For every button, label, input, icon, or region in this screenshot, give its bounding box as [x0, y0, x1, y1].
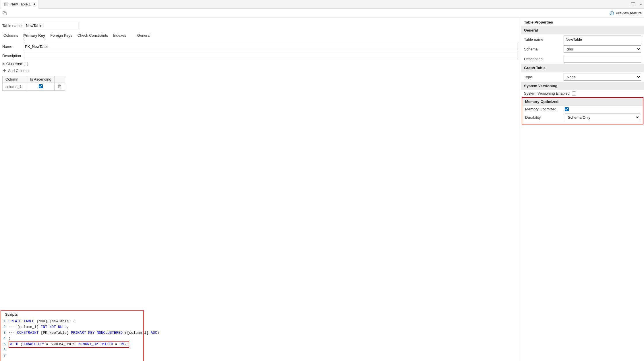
tab-title: New Table 1: [10, 2, 31, 6]
pk-description-label: Description: [2, 54, 21, 58]
more-icon[interactable]: ···: [638, 2, 643, 7]
tab-bar: New Table 1 ···: [0, 0, 644, 9]
pk-name-input[interactable]: [23, 43, 517, 50]
preview-feature-label: Preview feature: [616, 11, 642, 15]
pk-columns-grid: Column Is Ascending column_1: [2, 76, 65, 91]
prop-memopt-checkbox[interactable]: [565, 107, 569, 111]
toolbar: Preview feature: [0, 9, 644, 18]
section-sysver: System Versioning: [521, 82, 644, 90]
tab-foreign-keys[interactable]: Foreign Keys: [50, 32, 72, 39]
grid-cell-column[interactable]: column_1: [3, 83, 27, 91]
svg-rect-14: [59, 85, 61, 88]
add-column-label: Add Column: [8, 69, 29, 73]
properties-panel: Table Properties General Table name Sche…: [521, 18, 644, 361]
tab-check-constraints[interactable]: Check Constraints: [78, 32, 108, 39]
scripts-tab[interactable]: Scripts: [1, 311, 21, 318]
grid-header-column: Column: [3, 76, 27, 83]
designer-tabs: Columns Primary Key Foreign Keys Check C…: [3, 32, 517, 39]
svg-point-10: [612, 12, 612, 13]
tab-indexes[interactable]: Indexes: [113, 32, 126, 39]
section-graph: Graph Table: [521, 64, 644, 72]
prop-schema-label: Schema: [524, 47, 561, 51]
properties-title: Table Properties: [521, 18, 644, 26]
prop-tablename-label: Table name: [524, 37, 561, 42]
pk-isclustered-checkbox[interactable]: [24, 62, 28, 66]
section-memopt: Memory Optimized: [522, 98, 643, 106]
prop-durability-select[interactable]: Schema Only: [565, 114, 640, 121]
grid-cell-ascending-checkbox[interactable]: [39, 84, 43, 88]
pk-name-label: Name: [2, 44, 20, 49]
prop-type-select[interactable]: None: [564, 73, 641, 81]
pk-isclustered-label: Is Clustered: [2, 62, 22, 66]
prop-description-input[interactable]: [564, 55, 641, 63]
prop-sysver-checkbox[interactable]: [572, 91, 576, 95]
tab-columns[interactable]: Columns: [3, 32, 18, 39]
scripts-panel: Scripts 1234567 CREATE TABLE [dbo].[NewT…: [1, 310, 144, 361]
tab-general[interactable]: General: [137, 32, 150, 39]
plus-icon: [2, 68, 7, 73]
table-row[interactable]: column_1: [3, 83, 65, 91]
split-editor-icon[interactable]: [631, 2, 635, 7]
dirty-indicator-icon: [34, 3, 35, 5]
scripts-code[interactable]: 1234567 CREATE TABLE [dbo].[NewTable] ( …: [1, 319, 143, 359]
prop-tablename-input[interactable]: [564, 36, 641, 43]
prop-sysver-label: System Versioning Enabled: [524, 91, 570, 95]
prop-durability-label: Durability: [525, 115, 562, 120]
grid-header-ascending: Is Ascending: [27, 76, 55, 83]
svg-rect-8: [4, 13, 6, 15]
table-name-label: Table name: [2, 24, 22, 28]
svg-rect-11: [612, 13, 612, 14]
prop-type-label: Type: [524, 75, 561, 79]
prop-schema-select[interactable]: dbo: [564, 45, 641, 53]
prop-memopt-label: Memory Optimized: [525, 107, 562, 111]
table-name-input[interactable]: [24, 22, 78, 29]
info-icon: [610, 11, 614, 15]
publish-icon[interactable]: [2, 11, 7, 15]
prop-description-label: Description: [524, 57, 561, 61]
svg-rect-0: [5, 3, 8, 6]
tab-primary-key[interactable]: Primary Key: [23, 32, 45, 39]
section-general: General: [521, 26, 644, 34]
editor-tab[interactable]: New Table 1: [1, 0, 38, 9]
add-column-button[interactable]: Add Column: [2, 68, 517, 73]
pk-description-input[interactable]: [24, 52, 517, 59]
preview-feature[interactable]: Preview feature: [610, 11, 642, 15]
memory-optimized-section: Memory Optimized Memory Optimized Durabi…: [522, 97, 643, 124]
table-icon: [4, 2, 9, 7]
trash-icon[interactable]: [57, 84, 62, 89]
